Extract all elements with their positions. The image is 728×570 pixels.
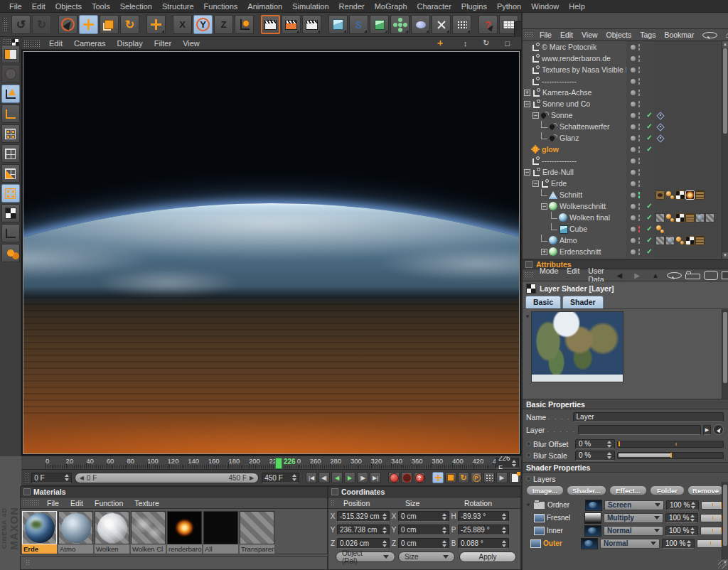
stepper-arrows-icon[interactable] <box>502 513 506 520</box>
menu-item-functions[interactable]: Functions <box>199 0 243 13</box>
previous-frame-button[interactable]: ◀ <box>331 472 343 483</box>
material-name[interactable]: renderbaro <box>167 544 202 554</box>
transport-grip[interactable] <box>25 473 29 483</box>
layer-browse-button[interactable]: ▶ <box>703 425 711 435</box>
texture-tag-icon[interactable] <box>685 236 695 245</box>
sphere-texture-tag-icon[interactable] <box>665 236 675 245</box>
layer-dot-icon[interactable] <box>631 102 636 107</box>
layer-row-inner[interactable]: Inner Normal 100 % <box>523 525 728 537</box>
range-left-arrow-icon[interactable]: ◀ <box>80 475 84 481</box>
expand-toggle[interactable]: + <box>541 249 547 255</box>
sketch-tag-icon[interactable] <box>695 190 705 200</box>
enabled-check-icon[interactable]: ✓ <box>645 212 654 223</box>
workplane-mode-button[interactable] <box>1 224 20 242</box>
enabled-check-icon[interactable]: ✓ <box>645 132 654 144</box>
name-field[interactable]: Layer <box>573 412 724 422</box>
layer-row-outer[interactable]: Outer Normal 100 % <box>523 537 728 549</box>
rotation-b-field[interactable]: 0.088 ° <box>458 538 509 549</box>
live-selection-button[interactable] <box>58 15 77 34</box>
opacity-slider[interactable] <box>700 527 724 535</box>
key-rotation-toggle[interactable]: ↻ <box>458 472 469 483</box>
compositing-tag-icon[interactable] <box>665 213 675 222</box>
search-icon[interactable] <box>667 272 682 279</box>
object-axis-mode-button[interactable] <box>1 104 20 123</box>
snap-settings-button[interactable] <box>1 244 20 262</box>
opacity-slider[interactable] <box>700 514 724 522</box>
collapse-toggle[interactable]: − <box>524 101 530 107</box>
search-icon[interactable] <box>702 32 717 38</box>
last-tool-button[interactable] <box>146 15 166 34</box>
tab-basic[interactable]: Basic <box>525 296 561 308</box>
menu-item-plugins[interactable]: Plugins <box>456 0 492 13</box>
opacity-field[interactable]: 100 % <box>666 500 699 510</box>
material-thumbnail[interactable] <box>95 511 129 544</box>
visibility-dots-icon[interactable] <box>638 146 641 154</box>
visibility-dots-icon[interactable] <box>638 237 641 244</box>
scroll-down-icon[interactable]: ▼ <box>722 252 728 259</box>
object-label[interactable]: Erdenschnitt <box>557 247 626 256</box>
key-scale-toggle[interactable] <box>445 472 456 483</box>
goto-end-button[interactable]: ▶| <box>370 472 381 483</box>
add-tab-icon[interactable]: + <box>722 271 728 279</box>
add-mograph-button[interactable] <box>390 15 410 34</box>
tree-row-erdenschnitt[interactable]: + Erdenschnitt ✓ <box>523 246 728 257</box>
key-bullet-icon[interactable] <box>526 476 531 481</box>
object-label[interactable]: Atmo <box>557 236 626 244</box>
object-label[interactable]: -------------- <box>540 77 626 85</box>
menu-item-python[interactable]: Python <box>492 0 526 13</box>
object-label[interactable]: Sonne <box>549 111 626 119</box>
objects-grip[interactable] <box>525 31 533 38</box>
collapse-toggle[interactable]: − <box>541 203 547 210</box>
visibility-dots-icon[interactable] <box>638 203 641 210</box>
help-button[interactable]: ? <box>478 15 498 34</box>
glow-texture-tag-icon[interactable] <box>685 190 695 200</box>
target-tag-icon[interactable] <box>655 134 665 143</box>
enabled-check-icon[interactable]: ✓ <box>645 235 654 246</box>
autokey-button[interactable] <box>401 472 412 483</box>
visibility-dots-icon[interactable] <box>638 112 641 119</box>
home-icon[interactable]: ⌂ <box>721 31 728 39</box>
collapse-arrow-icon[interactable]: ▼ <box>525 502 531 508</box>
coordinate-system-button[interactable] <box>235 15 254 34</box>
range-start-field[interactable]: 0 F <box>31 473 71 483</box>
visibility-dots-icon[interactable] <box>638 43 641 51</box>
pan-view-icon[interactable] <box>437 41 451 45</box>
display-tag-icon[interactable] <box>655 190 665 200</box>
material-thumbnail[interactable] <box>131 511 166 544</box>
shader-properties-header[interactable]: Shader Properties <box>523 462 728 473</box>
layer-name[interactable]: Fresnel <box>547 514 582 522</box>
key-position-toggle[interactable] <box>432 472 444 483</box>
record-keyframe-button[interactable] <box>388 472 400 483</box>
viewport-menu-item-cameras[interactable]: Cameras <box>68 39 112 48</box>
stepper-arrows-icon[interactable] <box>690 527 695 534</box>
object-label[interactable]: Erde <box>549 179 626 188</box>
materials-menu-item-function[interactable]: Function <box>89 499 129 507</box>
texture-tag-icon[interactable] <box>705 213 714 222</box>
rotate-view-icon[interactable]: ↻ <box>477 38 495 48</box>
size-z-field[interactable]: 0 cm <box>398 538 449 549</box>
material-name[interactable]: Wolken Cl <box>131 544 166 554</box>
menu-item-selection[interactable]: Selection <box>115 0 157 13</box>
layer-dot-icon[interactable] <box>631 158 636 163</box>
viewport-canvas[interactable] <box>23 51 520 454</box>
materials-titlebar[interactable]: Materials <box>21 487 327 498</box>
current-frame-field[interactable]: 226 F <box>496 458 519 468</box>
object-label[interactable]: Cube <box>567 225 626 233</box>
stepper-arrows-icon[interactable] <box>382 513 387 520</box>
materials-menu-item-texture[interactable]: Texture <box>129 499 164 507</box>
size-x-field[interactable]: 0 cm <box>398 511 449 522</box>
attributes-grip[interactable] <box>525 271 533 279</box>
parent-up-icon[interactable]: ▲ <box>648 271 663 279</box>
scrollbar-thumb[interactable] <box>723 485 727 546</box>
menu-item-file[interactable]: File <box>4 0 27 13</box>
texture-axis-mode-button[interactable] <box>1 204 20 222</box>
apply-button[interactable]: Apply <box>459 552 516 562</box>
pick-layer-icon[interactable] <box>713 424 724 435</box>
enabled-check-icon[interactable]: ✓ <box>645 144 654 155</box>
stepper-arrows-icon[interactable] <box>442 540 446 547</box>
tree-row-schnitt[interactable]: Schnitt <box>523 189 728 200</box>
visibility-dots-icon[interactable] <box>638 123 641 131</box>
viewport-menu-item-view[interactable]: View <box>177 39 205 48</box>
stepper-arrows-icon[interactable] <box>687 540 691 547</box>
object-label-selected[interactable]: glow <box>540 145 626 154</box>
